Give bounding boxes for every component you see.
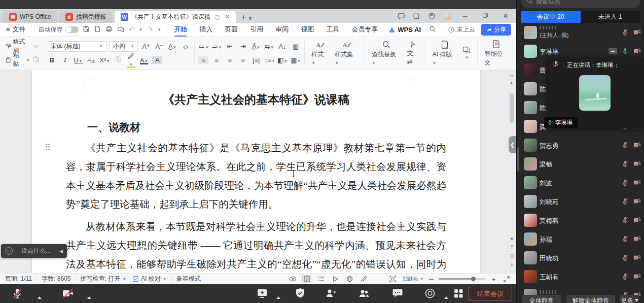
char-spacing-icon[interactable]: ⇆▼ — [264, 43, 274, 50]
user-avatar[interactable] — [443, 12, 451, 20]
speaker-overlay[interactable]: 正在讲话：李琳琳； 李琳琳 — [548, 57, 644, 128]
clear-format-icon[interactable]: ◇ — [181, 43, 191, 50]
ai-layout-button[interactable]: AI 排版 ▼ — [430, 40, 460, 66]
unmute-all-button[interactable]: 解除全体静音 — [566, 295, 615, 303]
increase-indent-icon[interactable]: ⇥ — [238, 43, 248, 50]
message-center-icon[interactable] — [397, 12, 405, 20]
collapse-chat-icon[interactable]: ◀ — [59, 249, 63, 254]
highlight-color-button[interactable]: 🖉▼ — [126, 52, 136, 68]
ribbon-tab-member[interactable]: 会员专享 — [346, 23, 383, 36]
panel-scrollbar[interactable] — [517, 147, 519, 172]
outline-view-icon[interactable] — [316, 275, 326, 283]
char-shading-button[interactable]: A — [152, 56, 162, 64]
scroll-down-icon[interactable]: ▼ — [510, 237, 514, 242]
wps-ai-tab[interactable]: WPS AI — [383, 26, 426, 33]
microphone-muted-icon[interactable] — [622, 160, 629, 167]
ribbon-tab-tools[interactable]: 工具 — [320, 23, 345, 36]
print-preview-icon[interactable] — [117, 25, 124, 34]
page-view-icon[interactable] — [302, 275, 311, 283]
align-center-icon[interactable]: ≡ — [211, 56, 222, 64]
font-color-button[interactable]: A▼ — [139, 56, 149, 64]
minimize-button[interactable]: ─ — [458, 12, 472, 20]
decrease-font-icon[interactable]: A⁻ — [154, 43, 164, 50]
layers-button[interactable]: ▼ — [459, 46, 474, 60]
ribbon-tab-page[interactable]: 页面 — [219, 23, 243, 36]
undo-icon[interactable]: ↶ — [129, 26, 134, 33]
increase-font-icon[interactable]: A⁺ — [141, 43, 151, 50]
ai-proof-status[interactable]: AI 校对▼ — [132, 275, 167, 283]
text-convert-icon[interactable]: 文⇄ — [407, 49, 419, 65]
microphone-on-icon[interactable] — [622, 47, 629, 55]
camera-muted-icon[interactable] — [633, 160, 641, 167]
tab-in-meeting[interactable]: 会议中·20 — [521, 11, 581, 23]
select-tool-button[interactable]: 文⇄ — [404, 41, 422, 65]
share-button[interactable]: 分享 — [481, 24, 511, 36]
share-screen-icon[interactable] — [256, 287, 268, 299]
participant-row[interactable]: (主持人, 我) — [517, 23, 644, 42]
play-presentation-icon[interactable] — [331, 275, 340, 283]
shading-icon[interactable]: ◧▼ — [277, 56, 288, 64]
font-size-select[interactable]: 小四▼ — [110, 41, 138, 52]
fit-page-icon[interactable] — [388, 275, 397, 283]
reading-view-icon[interactable] — [288, 275, 297, 283]
whiteboard-icon[interactable] — [412, 12, 420, 20]
microphone-muted-icon[interactable] — [622, 197, 629, 205]
ribbon-tab-reference[interactable]: 引用 — [244, 23, 269, 36]
zoom-level[interactable]: 138%▼ — [402, 276, 424, 283]
export-pdf-icon[interactable] — [94, 25, 101, 34]
mute-all-button[interactable]: 全体静音 — [522, 295, 561, 303]
invite-member-icon[interactable] — [325, 287, 337, 299]
superscript-button[interactable]: X²▼ — [99, 56, 110, 64]
camera-muted-icon[interactable] — [633, 47, 641, 55]
word-count[interactable]: 字数: 8605 — [42, 275, 70, 283]
participant-row[interactable]: 刘波 — [517, 174, 644, 192]
participant-row[interactable]: 孙瑞 — [517, 230, 644, 249]
phonetic-guide-icon[interactable]: Ặ▼ — [251, 43, 261, 50]
participant-row[interactable]: 田晓功 — [517, 249, 644, 267]
camera-muted-icon[interactable] — [633, 216, 641, 224]
tab-list-chevron-icon[interactable]: ▼ — [248, 16, 253, 21]
camera-muted-icon[interactable] — [62, 287, 74, 299]
ribbon-tab-home[interactable]: 开始 — [168, 23, 193, 36]
tab-document-active[interactable]: W 《共产主义基本特征》说课稿 ▢ ✕ — [115, 11, 236, 23]
circled-char-button[interactable]: Ⓐ — [113, 55, 123, 64]
camera-muted-icon[interactable] — [633, 254, 641, 261]
web-view-icon[interactable] — [345, 275, 354, 283]
search-icon[interactable] — [429, 25, 436, 34]
next-page-icon[interactable]: ⤓ — [511, 261, 513, 267]
new-tab-button[interactable]: + — [241, 13, 245, 22]
ribbon-tab-insert[interactable]: 插入 — [194, 23, 218, 36]
participant-row[interactable]: 莫梅燕 — [517, 211, 644, 230]
camera-muted-icon[interactable] — [633, 141, 641, 149]
chat-input-placeholder[interactable]: 说点什么... — [21, 247, 51, 255]
ruler-toggle-icon[interactable]: ⇥ — [510, 73, 514, 78]
ink-pen-icon[interactable] — [359, 275, 368, 283]
participant-row[interactable]: 王朝有 — [517, 267, 644, 286]
tab-docer-template[interactable]: d 找稻壳模板 — [59, 11, 113, 23]
smart-doc-button[interactable]: 智能公文 — [481, 40, 511, 67]
meeting-chat-widget[interactable]: 说点什么... ◀ — [1, 244, 67, 258]
decrease-indent-icon[interactable]: ⇤ — [225, 43, 235, 50]
file-menu[interactable]: ≡ 文件 — [0, 25, 30, 34]
ribbon-tab-review[interactable]: 审阅 — [270, 23, 294, 36]
vertical-scrollbar[interactable] — [510, 93, 514, 123]
zoom-slider-handle[interactable] — [471, 277, 476, 281]
speaker-video-thumbnail[interactable] — [579, 75, 611, 111]
style-set-button[interactable]: A 样式集 ▼ — [332, 40, 361, 66]
camera-options-caret[interactable] — [87, 296, 91, 299]
document-page[interactable]: 《共产主义社会的基本特征》说课稿 一、说教材 《共产主义社会的基本特征》是《马克… — [32, 70, 480, 273]
fullscreen-icon[interactable] — [502, 275, 511, 283]
text-effects-icon[interactable]: A̳▼ — [167, 43, 177, 50]
chat-icon[interactable] — [391, 287, 404, 299]
autosave-toggle[interactable] — [65, 26, 79, 33]
more-button[interactable]: 更多 ▾ — [620, 295, 639, 303]
print-icon[interactable] — [105, 25, 113, 34]
save-icon[interactable] — [83, 25, 90, 34]
ribbon-tab-view[interactable]: 视图 — [295, 23, 319, 36]
paragraph-drag-handle[interactable] — [45, 143, 51, 151]
camera-muted-icon[interactable] — [633, 179, 641, 186]
camera-muted-icon[interactable] — [633, 28, 641, 36]
font-name-select[interactable]: 宋体 (标题)▼ — [47, 41, 106, 52]
record-options-caret[interactable] — [444, 296, 448, 299]
member-search-input[interactable]: 搜索成员 — [521, 0, 640, 8]
